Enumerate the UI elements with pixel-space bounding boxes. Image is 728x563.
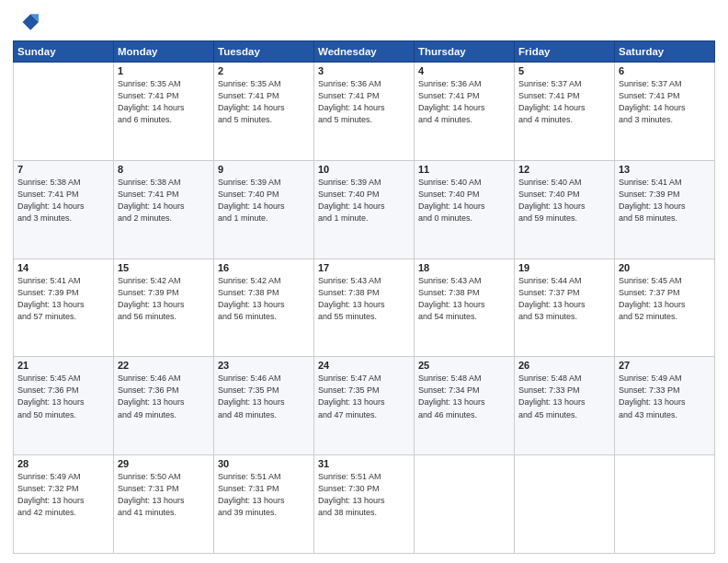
day-cell: 29Sunrise: 5:50 AMSunset: 7:31 PMDayligh… (114, 455, 214, 554)
day-info: Sunrise: 5:35 AMSunset: 7:41 PMDaylight:… (118, 78, 210, 126)
day-info: Sunrise: 5:41 AMSunset: 7:39 PMDaylight:… (619, 177, 711, 224)
day-number: 5 (518, 65, 610, 76)
day-info: Sunrise: 5:41 AMSunset: 7:39 PMDaylight:… (17, 275, 109, 323)
day-cell: 5Sunrise: 5:37 AMSunset: 7:41 PMDaylight… (515, 63, 615, 161)
day-cell: 31Sunrise: 5:51 AMSunset: 7:30 PMDayligh… (314, 455, 415, 554)
day-cell (515, 455, 615, 554)
day-number: 2 (218, 65, 310, 76)
day-number: 28 (17, 458, 109, 469)
weekday-header-thursday: Thursday (415, 41, 515, 63)
day-info: Sunrise: 5:43 AMSunset: 7:38 PMDaylight:… (318, 275, 410, 323)
day-cell: 26Sunrise: 5:48 AMSunset: 7:33 PMDayligh… (515, 357, 615, 455)
day-info: Sunrise: 5:42 AMSunset: 7:38 PMDaylight:… (218, 275, 310, 323)
day-cell: 2Sunrise: 5:35 AMSunset: 7:41 PMDaylight… (214, 63, 314, 161)
day-cell (615, 455, 715, 554)
day-info: Sunrise: 5:38 AMSunset: 7:41 PMDaylight:… (118, 177, 210, 224)
day-number: 18 (418, 262, 510, 273)
day-number: 31 (318, 458, 410, 469)
weekday-header-saturday: Saturday (615, 41, 715, 63)
weekday-header-monday: Monday (114, 41, 214, 63)
day-info: Sunrise: 5:37 AMSunset: 7:41 PMDaylight:… (619, 78, 711, 126)
day-info: Sunrise: 5:49 AMSunset: 7:33 PMDaylight:… (619, 373, 711, 420)
day-number: 19 (518, 262, 610, 273)
day-number: 25 (418, 360, 510, 371)
day-cell (415, 455, 515, 554)
day-cell: 6Sunrise: 5:37 AMSunset: 7:41 PMDaylight… (615, 63, 715, 161)
day-cell (14, 63, 114, 161)
day-info: Sunrise: 5:36 AMSunset: 7:41 PMDaylight:… (418, 78, 510, 126)
day-info: Sunrise: 5:43 AMSunset: 7:38 PMDaylight:… (418, 275, 510, 323)
day-cell: 17Sunrise: 5:43 AMSunset: 7:38 PMDayligh… (314, 259, 415, 357)
day-number: 20 (619, 262, 711, 273)
day-cell: 27Sunrise: 5:49 AMSunset: 7:33 PMDayligh… (615, 357, 715, 455)
weekday-header-sunday: Sunday (14, 41, 114, 63)
day-info: Sunrise: 5:50 AMSunset: 7:31 PMDaylight:… (118, 471, 210, 519)
day-info: Sunrise: 5:48 AMSunset: 7:33 PMDaylight:… (518, 373, 610, 420)
day-number: 27 (619, 360, 711, 371)
day-cell: 20Sunrise: 5:45 AMSunset: 7:37 PMDayligh… (615, 259, 715, 357)
day-number: 30 (218, 458, 310, 469)
day-number: 4 (418, 65, 510, 76)
day-cell: 9Sunrise: 5:39 AMSunset: 7:40 PMDaylight… (214, 160, 314, 259)
day-number: 7 (17, 164, 109, 175)
day-cell: 30Sunrise: 5:51 AMSunset: 7:31 PMDayligh… (214, 455, 314, 554)
week-row-4: 21Sunrise: 5:45 AMSunset: 7:36 PMDayligh… (14, 357, 715, 455)
day-info: Sunrise: 5:36 AMSunset: 7:41 PMDaylight:… (318, 78, 410, 126)
day-cell: 28Sunrise: 5:49 AMSunset: 7:32 PMDayligh… (14, 455, 114, 554)
day-info: Sunrise: 5:45 AMSunset: 7:37 PMDaylight:… (619, 275, 711, 323)
day-cell: 13Sunrise: 5:41 AMSunset: 7:39 PMDayligh… (615, 160, 715, 259)
day-cell: 11Sunrise: 5:40 AMSunset: 7:40 PMDayligh… (415, 160, 515, 259)
day-cell: 25Sunrise: 5:48 AMSunset: 7:34 PMDayligh… (415, 357, 515, 455)
day-number: 15 (118, 262, 210, 273)
day-number: 21 (17, 360, 109, 371)
day-info: Sunrise: 5:37 AMSunset: 7:41 PMDaylight:… (518, 78, 610, 126)
day-cell: 8Sunrise: 5:38 AMSunset: 7:41 PMDaylight… (114, 160, 214, 259)
day-cell: 1Sunrise: 5:35 AMSunset: 7:41 PMDaylight… (114, 63, 214, 161)
day-info: Sunrise: 5:39 AMSunset: 7:40 PMDaylight:… (318, 177, 410, 224)
day-number: 29 (118, 458, 210, 469)
day-info: Sunrise: 5:40 AMSunset: 7:40 PMDaylight:… (418, 177, 510, 224)
day-number: 13 (619, 164, 711, 175)
week-row-2: 7Sunrise: 5:38 AMSunset: 7:41 PMDaylight… (14, 160, 715, 259)
day-cell: 24Sunrise: 5:47 AMSunset: 7:35 PMDayligh… (314, 357, 415, 455)
day-info: Sunrise: 5:35 AMSunset: 7:41 PMDaylight:… (218, 78, 310, 126)
day-number: 12 (518, 164, 610, 175)
weekday-header-wednesday: Wednesday (314, 41, 415, 63)
day-number: 1 (118, 65, 210, 76)
day-cell: 21Sunrise: 5:45 AMSunset: 7:36 PMDayligh… (14, 357, 114, 455)
day-info: Sunrise: 5:38 AMSunset: 7:41 PMDaylight:… (17, 177, 109, 224)
weekday-header-friday: Friday (515, 41, 615, 63)
calendar: SundayMondayTuesdayWednesdayThursdayFrid… (13, 40, 715, 554)
day-info: Sunrise: 5:51 AMSunset: 7:30 PMDaylight:… (318, 471, 410, 519)
day-number: 16 (218, 262, 310, 273)
day-number: 9 (218, 164, 310, 175)
day-cell: 19Sunrise: 5:44 AMSunset: 7:37 PMDayligh… (515, 259, 615, 357)
week-row-5: 28Sunrise: 5:49 AMSunset: 7:32 PMDayligh… (14, 455, 715, 554)
week-row-1: 1Sunrise: 5:35 AMSunset: 7:41 PMDaylight… (14, 63, 715, 161)
day-number: 24 (318, 360, 410, 371)
logo (13, 9, 42, 35)
day-number: 10 (318, 164, 410, 175)
day-info: Sunrise: 5:42 AMSunset: 7:39 PMDaylight:… (118, 275, 210, 323)
day-info: Sunrise: 5:44 AMSunset: 7:37 PMDaylight:… (518, 275, 610, 323)
day-cell: 14Sunrise: 5:41 AMSunset: 7:39 PMDayligh… (14, 259, 114, 357)
day-number: 6 (619, 65, 711, 76)
day-info: Sunrise: 5:47 AMSunset: 7:35 PMDaylight:… (318, 373, 410, 420)
day-cell: 10Sunrise: 5:39 AMSunset: 7:40 PMDayligh… (314, 160, 415, 259)
day-number: 26 (518, 360, 610, 371)
day-cell: 18Sunrise: 5:43 AMSunset: 7:38 PMDayligh… (415, 259, 515, 357)
day-number: 23 (218, 360, 310, 371)
day-cell: 22Sunrise: 5:46 AMSunset: 7:36 PMDayligh… (114, 357, 214, 455)
day-cell: 23Sunrise: 5:46 AMSunset: 7:35 PMDayligh… (214, 357, 314, 455)
day-info: Sunrise: 5:45 AMSunset: 7:36 PMDaylight:… (17, 373, 109, 420)
day-number: 8 (118, 164, 210, 175)
day-number: 22 (118, 360, 210, 371)
day-info: Sunrise: 5:46 AMSunset: 7:35 PMDaylight:… (218, 373, 310, 420)
day-info: Sunrise: 5:39 AMSunset: 7:40 PMDaylight:… (218, 177, 310, 224)
day-number: 11 (418, 164, 510, 175)
day-info: Sunrise: 5:46 AMSunset: 7:36 PMDaylight:… (118, 373, 210, 420)
day-info: Sunrise: 5:48 AMSunset: 7:34 PMDaylight:… (418, 373, 510, 420)
day-info: Sunrise: 5:51 AMSunset: 7:31 PMDaylight:… (218, 471, 310, 519)
weekday-header-row: SundayMondayTuesdayWednesdayThursdayFrid… (14, 41, 715, 63)
day-info: Sunrise: 5:49 AMSunset: 7:32 PMDaylight:… (17, 471, 109, 519)
